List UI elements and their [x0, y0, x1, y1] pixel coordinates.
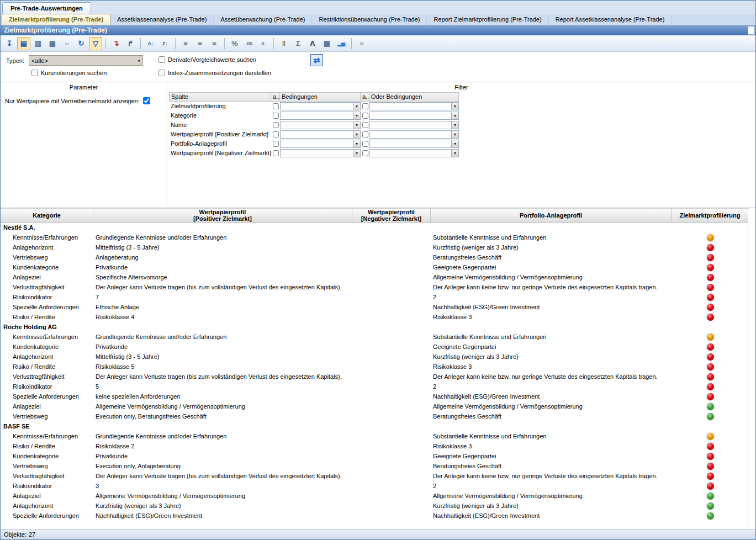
filter-oder-select[interactable]: ▾	[369, 121, 459, 129]
table-row[interactable]: AnlagezielAllgemeine Vermögensbildung / …	[1, 491, 749, 501]
table-row[interactable]: VertriebswegAnlageberatungBeratungsfreie…	[1, 252, 749, 262]
split-view-icon[interactable]: ‖	[277, 37, 290, 50]
filter-and-checkbox[interactable]	[273, 122, 279, 128]
table-row[interactable]: Risiko / RenditeRisikoklasse 2Risikoklas…	[1, 441, 749, 451]
column-header-zielmarktprofilierung[interactable]: Zielmarktprofilierung	[672, 209, 749, 222]
table-row[interactable]: KundenkategoriePrivatkundeGeeignete Gege…	[1, 342, 749, 352]
filter-column-header-0[interactable]: Spalte	[169, 92, 271, 102]
table-row[interactable]: Risikoindikator72	[1, 292, 749, 302]
refresh-icon[interactable]: ↻	[75, 37, 88, 50]
table-row[interactable]: VertriebswegExecution only, Anlageberatu…	[1, 461, 749, 471]
filter-or-checkbox[interactable]	[362, 113, 368, 119]
filter-bedingungen-select[interactable]: ▾	[280, 149, 361, 157]
column-header-wertpapierprofil-positiver-zielmarkt[interactable]: Wertpapierprofil[Positiver Zielmarkt]	[93, 209, 352, 222]
filter-and-checkbox[interactable]	[273, 131, 279, 137]
add-decimal-icon[interactable]: .00	[242, 37, 256, 50]
filter-oder-select[interactable]: ▾	[369, 149, 459, 157]
filter-bedingungen-select[interactable]: ▾	[280, 121, 361, 129]
filter-oder-select[interactable]: ▾	[369, 130, 459, 139]
copy-icon[interactable]: ▥	[31, 37, 45, 50]
filter-column-header-3[interactable]: a..	[361, 92, 369, 102]
derivate-checkbox-row[interactable]: Derivate/Vergleichswerte suchen	[158, 56, 256, 63]
sort-descending-icon[interactable]: Z↓	[158, 37, 172, 50]
table-row[interactable]: Risiko / RenditeRisikoklasse 4Risikoklas…	[1, 312, 749, 322]
font-icon[interactable]: A	[306, 37, 319, 50]
filter-oder-select[interactable]: ▾	[369, 140, 459, 148]
remove-decimal-icon[interactable]: 0.	[257, 37, 270, 50]
filter-oder-select[interactable]: ▾	[369, 102, 459, 110]
filter-column-header-4[interactable]: Oder Bedingungen	[369, 92, 459, 102]
vertical-scrollbar[interactable]	[748, 209, 755, 529]
filter-or-checkbox[interactable]	[362, 150, 368, 156]
table-row[interactable]: AnlagehorizontKurzfristig (weniger als 3…	[1, 501, 749, 511]
filter-and-checkbox[interactable]	[273, 103, 279, 109]
table-row[interactable]: AnlagehorizontMittelfristig (3 - 5 Jahre…	[1, 242, 749, 252]
filter-oder-select[interactable]: ▾	[369, 112, 459, 120]
table-row[interactable]: VerlusttragfähigkeitDer Anleger kann Ver…	[1, 471, 749, 481]
table-row[interactable]: Spezielle Anforderungenkeine speziellen …	[1, 391, 749, 401]
table-row[interactable]: Spezielle AnforderungenNachhaltigkeit (E…	[1, 511, 749, 521]
table-row[interactable]: VertriebswegExecution only, Beratungsfre…	[1, 411, 749, 421]
table-row[interactable]: VerlusttragfähigkeitDer Anleger kann Ver…	[1, 282, 749, 292]
start-search-button[interactable]: ⇄	[310, 54, 323, 66]
table-row[interactable]: KundenkategoriePrivatkundeGeeignete Gege…	[1, 262, 749, 272]
table-row[interactable]: AnlagehorizontMittelfristig (3 - 5 Jahre…	[1, 352, 749, 362]
kursnotierungen-checkbox-row[interactable]: Kursnotierungen suchen	[31, 70, 107, 76]
column-header-portfolio-anlageprofil[interactable]: Portfolio-Anlageprofil	[431, 209, 672, 222]
filter-or-checkbox[interactable]	[362, 131, 368, 137]
align-left-icon[interactable]: ≡	[179, 37, 192, 50]
filter-or-checkbox[interactable]	[362, 141, 368, 147]
table-row[interactable]: KundenkategoriePrivatkundeGeeignete Gege…	[1, 451, 749, 461]
filter-bedingungen-select[interactable]: ▾	[280, 140, 361, 148]
table-row[interactable]: Risiko / RenditeRisikoklasse 5Risikoklas…	[1, 362, 749, 372]
fit-columns-icon[interactable]: ⇔	[60, 37, 73, 50]
table-row[interactable]: Risikoindikator32	[1, 481, 749, 491]
sort-ascending-icon[interactable]: A↓	[144, 37, 157, 50]
index-checkbox[interactable]	[158, 70, 165, 76]
drill-down-icon[interactable]: ↴	[109, 37, 123, 50]
table-row[interactable]: Spezielle AnforderungenEthische AnlageNa…	[1, 302, 749, 312]
filter-column-header-1[interactable]: a..	[271, 92, 280, 102]
tab-zielmarktprofilierung-pre-trade[interactable]: Zielmarktprofilierung (Pre-Trade)	[2, 14, 110, 25]
filter-column-header-2[interactable]: Bedingungen	[280, 92, 361, 102]
tab-assetklassenanalyse-pre-trade[interactable]: Assetklassenanalyse (Pre-Trade)	[110, 14, 214, 25]
vertreiberzielmarkt-checkbox[interactable]	[143, 97, 150, 104]
sum-icon[interactable]: Σ	[292, 37, 305, 50]
kursnotierungen-checkbox[interactable]	[31, 70, 38, 76]
filter-and-checkbox[interactable]	[273, 141, 279, 147]
table-row[interactable]: Kenntnisse/ErfahrungenGrundlegende Kennt…	[1, 332, 749, 342]
filter-bedingungen-select[interactable]: ▾	[280, 102, 361, 110]
align-center-icon[interactable]: ≡	[193, 37, 207, 50]
align-right-icon[interactable]: ≡	[208, 37, 221, 50]
filter-bedingungen-select[interactable]: ▾	[280, 130, 361, 139]
derivate-checkbox[interactable]	[158, 56, 165, 63]
table-row[interactable]: AnlagezielAllgemeine Vermögensbildung / …	[1, 401, 749, 411]
drill-up-icon[interactable]: ↱	[124, 37, 137, 50]
table-row[interactable]: Kenntnisse/ErfahrungenGrundlegende Kennt…	[1, 431, 749, 441]
column-header-kategorie[interactable]: Kategorie	[1, 209, 93, 222]
export-report-icon[interactable]: ↧	[3, 37, 16, 50]
tab-report-assetklassenanalyse-pre-trade[interactable]: Report Assetklassenanalyse (Pre-Trade)	[549, 14, 672, 25]
scroll-up-button[interactable]	[748, 26, 755, 35]
target-market-view-icon[interactable]: ▤	[17, 37, 30, 50]
tab-report-zielmarktprofilierung-pre-trade[interactable]: Report Zielmarktprofilierung (Pre-Trade)	[427, 14, 548, 25]
group-row-basf-se[interactable]: BASF SE	[1, 421, 749, 431]
layout-icon[interactable]: ▦	[46, 37, 59, 50]
filter-or-checkbox[interactable]	[362, 122, 368, 128]
table-row[interactable]: Risikoindikator52	[1, 382, 749, 391]
filter-or-checkbox[interactable]	[362, 103, 368, 109]
percent-icon[interactable]: %	[228, 37, 241, 50]
table-row[interactable]: Kenntnisse/ErfahrungenGrundlegende Kennt…	[1, 232, 749, 242]
tab-pre-trade-auswertungen[interactable]: Pre-Trade-Auswertungen	[2, 2, 91, 14]
filter-and-checkbox[interactable]	[273, 150, 279, 156]
group-row-roche-holding-ag[interactable]: Roche Holding AG	[1, 322, 749, 332]
group-row-nestl-s-a[interactable]: Nestlé S.A.	[1, 223, 749, 232]
filter-and-checkbox[interactable]	[273, 113, 279, 119]
grid-icon[interactable]: ▦	[320, 37, 334, 50]
tab-asset-berwachung-pre-trade[interactable]: Assetüberwachung (Pre-Trade)	[214, 14, 312, 25]
column-header-wertpapierprofil-negativer-zielmarkt[interactable]: Wertpapierprofil[Negativer Zielmarkt]	[352, 209, 431, 222]
index-checkbox-row[interactable]: Index-Zusammensetzungen darstellen	[158, 70, 271, 76]
table-row[interactable]: AnlagezielSpezifische AltersvorsorgeAllg…	[1, 272, 749, 282]
table-row[interactable]: VerlusttragfähigkeitDer Anleger kann Ver…	[1, 372, 749, 382]
filter-bedingungen-select[interactable]: ▾	[280, 112, 361, 120]
